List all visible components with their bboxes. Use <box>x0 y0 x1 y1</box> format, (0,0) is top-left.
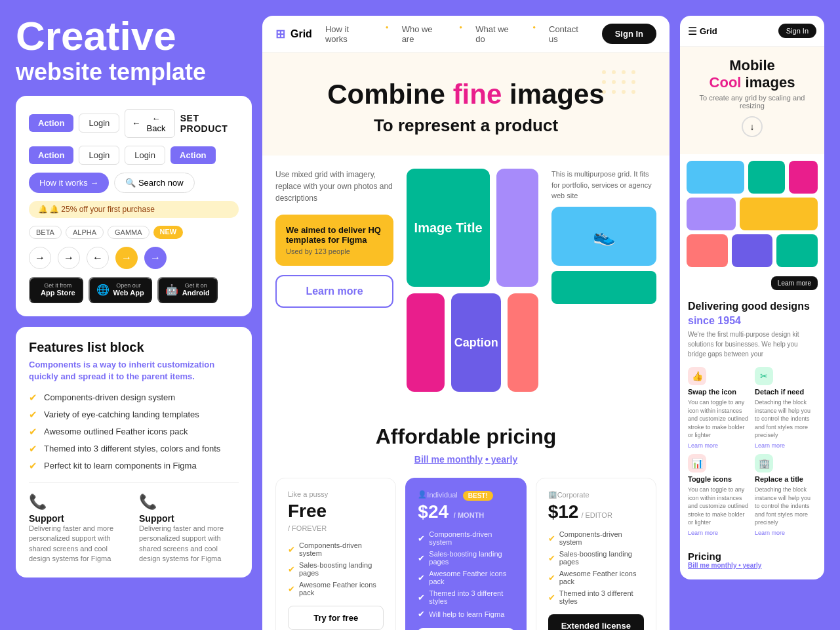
grid-cell-teal <box>748 161 784 194</box>
check-icon: ✔ <box>418 609 425 619</box>
right-pricing-title: Pricing <box>688 551 816 562</box>
login-button-2[interactable]: Login <box>79 146 119 165</box>
individual-plan-label: 👤 <box>418 490 427 499</box>
corp-feature-1: ✔ Components-driven system <box>548 530 644 546</box>
feature-item-5: ✔ Perfect kit to learn components in Fig… <box>29 460 239 472</box>
corp-feature-2: ✔ Sales-boosting landing pages <box>548 550 644 566</box>
best-badge: BEST! <box>463 491 493 501</box>
hero-fine-text: fine <box>453 79 502 110</box>
grid-left-text: Use mixed grid with imagery, replace wit… <box>275 169 393 392</box>
action-button-3[interactable]: Action <box>170 146 215 164</box>
salmon-cell <box>508 293 538 392</box>
grid-cell-orange <box>740 198 818 230</box>
promo-box: We aimed to deliver HQ templates for Fig… <box>275 215 393 266</box>
right-nav: ☰ Grid Sign In <box>680 16 824 47</box>
action-button-2[interactable]: Action <box>29 146 73 164</box>
check-icon-1: ✔ <box>29 392 37 404</box>
web-icon: 🌐 <box>96 284 110 296</box>
components-card: Action Login ← ← Back SET PRODUCT Action… <box>16 96 252 316</box>
download-button[interactable]: ↓ <box>742 116 763 137</box>
mobile-grid-row-2 <box>687 198 818 230</box>
caption-cell: Caption <box>451 293 501 392</box>
how-it-works-button[interactable]: How it works → <box>29 173 109 193</box>
check-icon: ✔ <box>548 534 555 543</box>
pricing-section: Affordable pricing Bill me monthly • yea… <box>262 405 670 630</box>
right-feature-grid: 👍 Swap the icon You can toggle to any ic… <box>688 367 816 536</box>
ind-feature-3: ✔ Awesome Feather icons pack <box>418 570 513 585</box>
free-plan-label: Like a pussy <box>288 490 384 498</box>
arrow-right-outline[interactable]: → <box>144 247 167 269</box>
login-button-3[interactable]: Login <box>125 146 165 165</box>
right-signin-button[interactable]: Sign In <box>778 24 816 38</box>
grid-main: Image Title Caption <box>407 169 538 392</box>
app-store-button[interactable]: Get it from App Store <box>29 277 83 303</box>
svg-point-8 <box>602 90 606 94</box>
grid-cell-teal-2 <box>776 234 818 267</box>
tag-beta: BETA <box>29 226 62 239</box>
support-icon-1: 📞 <box>29 494 129 511</box>
tags-row: BETA ALPHA GAMMA NEW <box>29 226 239 239</box>
search-now-button[interactable]: 🔍 Search now <box>114 173 194 193</box>
action-button-1[interactable]: Action <box>29 114 73 132</box>
brand-tag: SET PRODUCT <box>180 113 239 134</box>
mobile-grid <box>680 154 824 274</box>
arrow-left-1[interactable]: ← <box>87 247 109 269</box>
android-icon: 🤖 <box>165 284 178 296</box>
hero-subtitle: website template <box>16 59 252 85</box>
arrow-right-primary[interactable]: → <box>115 247 138 269</box>
toggle-learn-more[interactable]: Learn more <box>688 530 750 536</box>
web-app-button[interactable]: 🌐 Open our Web App <box>89 277 152 303</box>
learn-more-button[interactable]: Learn more <box>275 275 393 308</box>
swap-learn-more[interactable]: Learn more <box>688 442 750 449</box>
extended-license-button[interactable]: Extended license <box>548 614 644 630</box>
free-plan-card: Like a pussy Free / FOREVER ✔ Components… <box>275 478 396 630</box>
mobile-hero-title-2: Cool images <box>690 74 814 91</box>
svg-point-4 <box>602 80 606 84</box>
right-pricing-toggle: Bill me monthly • yearly <box>688 562 816 569</box>
android-button[interactable]: 🤖 Get it on Android <box>157 277 218 303</box>
nav-signin-button[interactable]: Sign In <box>602 24 656 44</box>
search-row: How it works → 🔍 Search now <box>29 173 239 193</box>
support-desc-2: Delivering faster and more personalized … <box>139 524 239 564</box>
nav-links: How it works ● Who we are ● What we do ●… <box>325 24 589 44</box>
shoe-image: 👟 <box>551 207 656 266</box>
right-feature-3: 📊 Toggle icons You can toggle to any ico… <box>688 454 750 536</box>
grid-cell-salmon <box>687 234 728 267</box>
replace-learn-more[interactable]: Learn more <box>755 530 816 536</box>
right-section-desc: We're the first multi-purpose design kit… <box>688 329 816 359</box>
nav-dot-3: ● <box>532 24 536 44</box>
mobile-hero-title: Mobile <box>690 57 814 74</box>
tag-gamma: GAMMA <box>108 226 150 239</box>
detach-learn-more[interactable]: Learn more <box>755 442 816 449</box>
right-yearly-toggle[interactable]: yearly <box>743 562 762 569</box>
grid-section: Use mixed grid with imagery, replace wit… <box>262 156 670 405</box>
mobile-learn-more-button[interactable]: Learn more <box>771 276 818 290</box>
mobile-grid-row-3 <box>687 234 818 267</box>
support-icon-2: 📞 <box>139 494 239 511</box>
nav-contact-us[interactable]: Contact us <box>549 24 589 44</box>
login-button-1[interactable]: Login <box>79 114 119 133</box>
ind-feature-1: ✔ Components-driven system <box>418 530 513 546</box>
back-arrow-icon: ← <box>132 118 140 128</box>
nav-how-it-works[interactable]: How it works <box>325 24 372 44</box>
svg-point-0 <box>602 70 606 74</box>
nav-who-we-are[interactable]: Who we are <box>402 24 447 44</box>
arrow-right-1[interactable]: → <box>29 247 51 269</box>
support-item-1: 📞 Support Delivering faster and more per… <box>29 494 129 564</box>
monthly-toggle[interactable]: monthly <box>447 454 483 465</box>
nav-what-we-do[interactable]: What we do <box>475 24 519 44</box>
check-icon: ✔ <box>418 593 425 602</box>
grid-row-1: Image Title <box>407 169 538 287</box>
support-desc-1: Delivering faster and more personalized … <box>29 524 129 564</box>
swap-title: Swap the icon <box>688 388 750 396</box>
right-feature-4: 🏢 Replace a title Detaching the block in… <box>755 454 816 536</box>
nav-dot-1: ● <box>386 24 389 44</box>
mobile-hero-sub: To create any grid by scaling and resizi… <box>690 94 814 110</box>
middle-panel: ⊞ Grid How it works ● Who we are ● What … <box>262 16 670 630</box>
try-free-button[interactable]: Try for free <box>288 606 384 630</box>
swap-icon: 👍 <box>688 367 706 385</box>
svg-point-11 <box>631 90 635 94</box>
individual-plan-card: 👤 Individual BEST! $24 / MONTH ✔ Compone… <box>405 478 526 630</box>
back-button[interactable]: ← ← Back <box>125 109 174 138</box>
arrow-right-2[interactable]: → <box>58 247 80 269</box>
